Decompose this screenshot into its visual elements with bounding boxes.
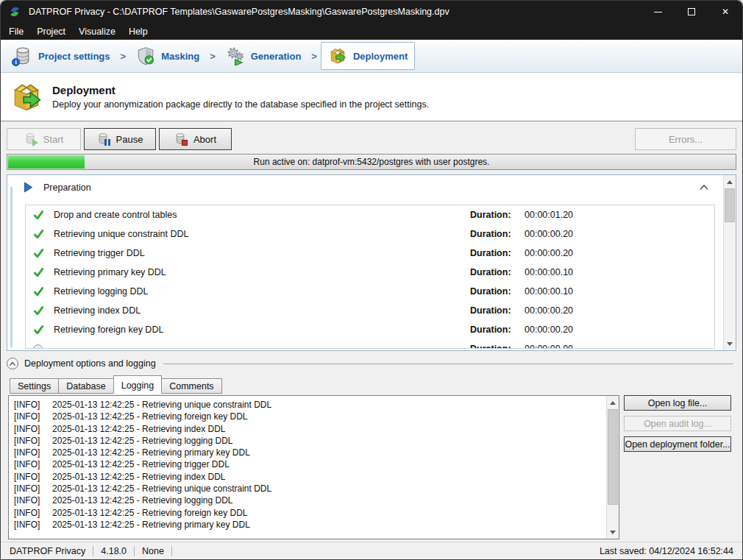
log-message: 2025-01-13 12:42:25 - Retrieving primary…	[52, 519, 250, 531]
tab-database[interactable]: Database	[58, 378, 114, 394]
task-status-icon	[33, 344, 54, 350]
pause-button[interactable]: Pause	[84, 128, 156, 150]
pause-database-icon	[97, 132, 110, 146]
status-version: 4.18.0	[101, 546, 127, 556]
log-message: 2025-01-13 12:42:25 - Retrieving unique …	[52, 399, 271, 411]
status-bar: DATPROF Privacy 4.18.0 None Last saved: …	[1, 542, 742, 559]
open-log-file-button[interactable]: Open log file...	[624, 395, 731, 411]
maximize-icon	[688, 8, 695, 15]
main-content: Start Pause Abort Errors... Run active o	[1, 121, 742, 542]
tab-settings[interactable]: Settings	[10, 378, 59, 394]
collapse-chevron-icon[interactable]	[699, 184, 709, 191]
scroll-down-icon[interactable]	[724, 338, 736, 350]
start-button[interactable]: Start	[7, 128, 81, 150]
shield-icon	[136, 46, 155, 65]
minimize-button[interactable]	[641, 1, 675, 23]
options-section-header[interactable]: Deployment options and logging	[7, 356, 735, 371]
task-label: Retrieving logging DDL	[54, 286, 470, 297]
section-accent-line	[10, 187, 13, 347]
run-panel-scrollbar[interactable]	[723, 175, 736, 350]
scroll-up-icon[interactable]	[724, 176, 736, 188]
breadcrumb-deployment[interactable]: Deployment	[321, 42, 415, 70]
breadcrumb-separator-icon: >	[210, 51, 216, 62]
page-header: Deployment Deploy your anonymization pac…	[1, 73, 742, 121]
menu-help[interactable]: Help	[122, 24, 154, 39]
start-database-icon	[24, 132, 38, 146]
run-steps-panel: Preparation Drop and create control tabl…	[7, 174, 736, 351]
tab-logging[interactable]: Logging	[113, 375, 163, 394]
log-level: [INFO]	[14, 471, 52, 483]
abort-button[interactable]: Abort	[159, 128, 232, 150]
log-line: [INFO] 2025-01-13 12:42:25 - Retrieving …	[14, 471, 604, 483]
log-line: [INFO] 2025-01-13 12:42:25 - Retrieving …	[14, 423, 604, 435]
log-line: [INFO] 2025-01-13 12:42:25 - Retrieving …	[14, 435, 604, 447]
log-level: [INFO]	[14, 495, 52, 506]
duration-label: Duration:	[470, 286, 517, 297]
duration-label: Duration:	[470, 305, 517, 316]
open-audit-log-button[interactable]: Open audit log...	[624, 416, 731, 431]
duration-label: Duration:	[470, 248, 517, 258]
maximize-button[interactable]	[675, 1, 708, 23]
scrollbar-thumb[interactable]	[725, 188, 735, 222]
duration-value: 00:00:00.20	[525, 248, 573, 258]
task-row: Retrieving primary key DDL Duration: 00:…	[26, 263, 714, 282]
menubar: File Project Visualize Help	[1, 23, 742, 40]
task-status-icon	[33, 286, 54, 297]
section-title: Preparation	[43, 182, 91, 193]
breadcrumb-project-settings[interactable]: i Project settings	[7, 43, 117, 69]
log-level: [INFO]	[14, 507, 52, 519]
tab-comments[interactable]: Comments	[161, 378, 221, 394]
scroll-down-icon[interactable]	[607, 526, 619, 538]
task-label: Retrieving unique constraint DDL	[54, 229, 470, 239]
titlebar: DATPROF Privacy - C:\DATPROF Templates\G…	[1, 1, 742, 23]
log-message: 2025-01-13 12:42:25 - Retrieving trigger…	[52, 458, 230, 470]
task-row: Retrieving logging DDL Duration: 00:00:0…	[26, 282, 714, 301]
scrollbar-thumb[interactable]	[608, 409, 618, 505]
breadcrumb-masking[interactable]: Masking	[129, 43, 206, 69]
open-deployment-folder-button[interactable]: Open deployment folder...	[624, 436, 731, 452]
duration-label: Duration:	[470, 325, 517, 335]
log-level: [INFO]	[14, 447, 52, 458]
duration-label: Duration:	[470, 210, 517, 220]
log-message: 2025-01-13 12:42:25 - Retrieving index D…	[52, 471, 225, 483]
log-level: [INFO]	[14, 519, 52, 531]
header-rule	[163, 364, 733, 364]
task-label: Retrieving foreign key DDL	[54, 325, 470, 335]
errors-button[interactable]: Errors...	[635, 128, 736, 150]
duration-label: Duration:	[470, 267, 517, 277]
breadcrumb-generation[interactable]: Generation	[219, 43, 308, 69]
close-button[interactable]: ✕	[708, 1, 742, 23]
window-title: DATPROF Privacy - C:\DATPROF Templates\G…	[29, 7, 449, 17]
task-list: Drop and create control tables Duration:…	[25, 205, 715, 349]
run-toolbar: Start Pause Abort Errors...	[7, 128, 736, 150]
database-icon: i	[13, 46, 32, 65]
status-separator	[134, 546, 135, 556]
task-status-icon	[33, 229, 54, 240]
app-window: DATPROF Privacy - C:\DATPROF Templates\G…	[0, 0, 743, 560]
abort-database-icon	[174, 132, 188, 146]
log-message: 2025-01-13 12:42:25 - Retrieving foreign…	[52, 411, 248, 422]
task-row: Retrieving index DDL Duration: 00:00:00.…	[26, 301, 714, 320]
log-output[interactable]: [INFO] 2025-01-13 12:42:25 - Retrieving …	[8, 395, 619, 539]
duration-value: 00:00:01.20	[525, 210, 573, 220]
duration-label: Duration:	[470, 344, 517, 349]
minimize-icon	[654, 12, 662, 13]
log-level: [INFO]	[14, 411, 52, 422]
log-scrollbar[interactable]	[606, 396, 619, 539]
deployment-package-icon	[10, 80, 43, 114]
menu-visualize[interactable]: Visualize	[72, 24, 122, 39]
duration-value: 00:00:00.10	[525, 267, 573, 277]
menu-file[interactable]: File	[2, 24, 30, 39]
preparation-section-header[interactable]: Preparation	[24, 182, 715, 193]
log-level: [INFO]	[14, 483, 52, 495]
app-logo-icon	[8, 5, 21, 18]
status-separator	[93, 546, 93, 556]
menu-project[interactable]: Project	[30, 24, 72, 39]
options-tabs: Settings Database Logging Comments	[10, 375, 742, 394]
task-status-icon	[33, 325, 54, 336]
scroll-up-icon[interactable]	[607, 397, 619, 408]
status-separator	[171, 546, 172, 556]
task-row: Retrieving foreign key DDL Duration: 00:…	[26, 320, 714, 339]
collapse-circle-icon[interactable]	[7, 358, 18, 369]
duration-label: Duration:	[470, 229, 517, 239]
